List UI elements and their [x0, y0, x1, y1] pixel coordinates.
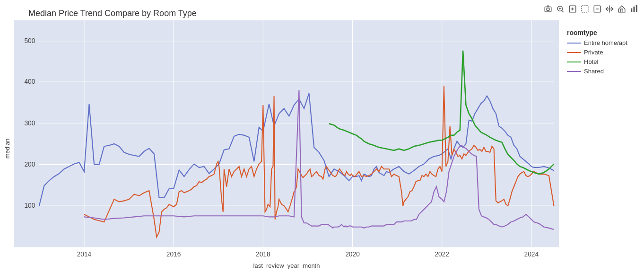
legend-label-hotel: Hotel [584, 58, 598, 65]
chart-container: Median Price Trend Compare by Room Type … [0, 0, 644, 273]
x-axis-label: last_review_year_month [14, 262, 559, 273]
legend-item-hotel: Hotel [567, 58, 634, 65]
legend-line-entire-home [567, 43, 581, 44]
home-button[interactable] [617, 4, 627, 14]
legend: roomtype Entire home/apt Private Hotel S… [561, 25, 639, 81]
svg-text:2016: 2016 [166, 250, 181, 257]
box-select-button[interactable] [580, 4, 590, 14]
chart-area: 100 200 300 400 500 2014 [14, 20, 559, 262]
legend-label-shared: Shared [584, 68, 604, 75]
svg-text:200: 200 [24, 161, 35, 168]
svg-text:300: 300 [24, 120, 35, 127]
legend-label-entire-home: Entire home/apt [584, 39, 627, 46]
zoom-out-button[interactable] [592, 4, 602, 14]
legend-item-shared: Shared [567, 68, 634, 75]
chart-svg: 100 200 300 400 500 2014 [14, 20, 559, 262]
svg-rect-13 [634, 7, 635, 12]
svg-rect-14 [636, 5, 637, 12]
barchart-button[interactable] [629, 4, 639, 14]
legend-title: roomtype [567, 29, 634, 36]
svg-text:2022: 2022 [435, 250, 449, 257]
chart-body: median 100 200 [0, 20, 644, 262]
toolbar [543, 4, 639, 14]
legend-line-private [567, 52, 581, 53]
svg-text:500: 500 [24, 37, 35, 44]
svg-text:400: 400 [24, 78, 35, 85]
svg-text:2018: 2018 [256, 250, 270, 257]
camera-button[interactable] [543, 4, 553, 14]
legend-item-entire-home: Entire home/apt [567, 39, 634, 46]
svg-line-3 [562, 10, 563, 12]
legend-label-private: Private [584, 49, 603, 56]
svg-rect-15 [14, 20, 559, 247]
svg-point-1 [547, 8, 549, 11]
zoom-button[interactable] [555, 4, 566, 14]
svg-rect-9 [582, 6, 588, 12]
svg-text:2014: 2014 [77, 250, 92, 257]
legend-line-shared [567, 71, 581, 72]
legend-line-hotel [567, 62, 581, 62]
pan-button[interactable] [604, 4, 615, 14]
svg-text:100: 100 [24, 202, 35, 209]
svg-rect-12 [631, 9, 632, 12]
y-axis-label: median [0, 20, 14, 262]
legend-item-private: Private [567, 49, 634, 56]
svg-text:2020: 2020 [345, 250, 360, 257]
zoom-in-button[interactable] [567, 4, 578, 14]
svg-text:2024: 2024 [524, 250, 539, 257]
